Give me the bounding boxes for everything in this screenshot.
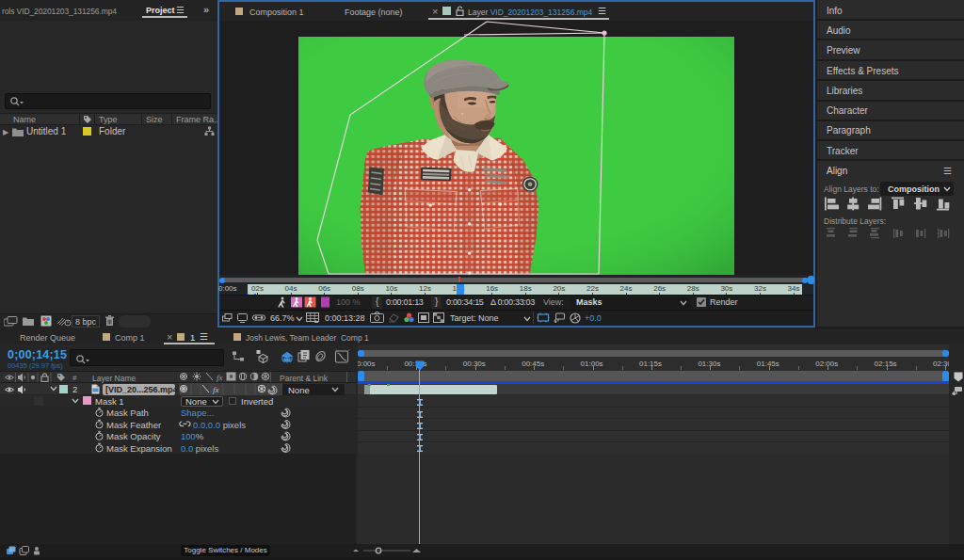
svg-text:#: # [72, 374, 77, 382]
svg-text:fx: fx [213, 385, 219, 394]
svg-text:fx: fx [217, 373, 223, 382]
